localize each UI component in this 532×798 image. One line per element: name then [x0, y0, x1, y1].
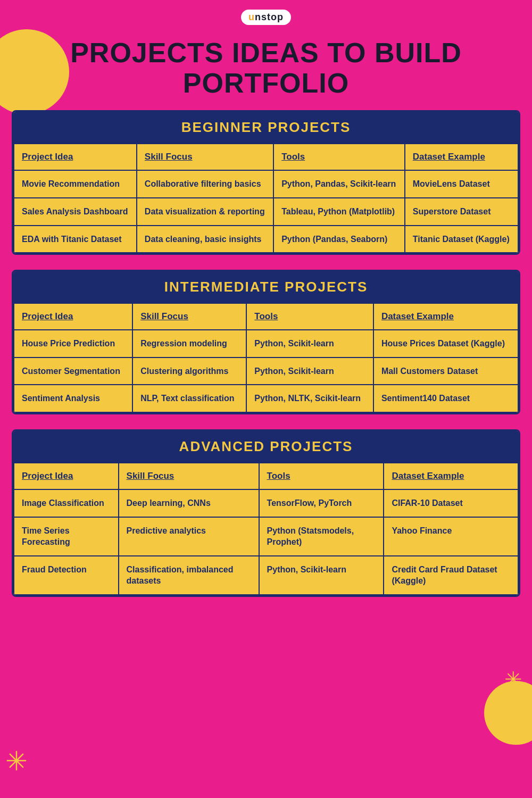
cell: Python, Scikit-learn	[246, 330, 373, 358]
intermediate-col-tools: Tools	[246, 303, 373, 330]
cell: Classification, imbalanced datasets	[119, 556, 259, 595]
cell: NLP, Text classification	[132, 385, 246, 412]
beginner-col-project: Project Idea	[14, 144, 137, 170]
cell: Python, Pandas, Scikit-learn	[273, 170, 405, 198]
cell: Sentiment140 Dataset	[373, 385, 518, 412]
decorative-star-bottom-right: ✳	[504, 667, 522, 692]
logo-area: unstop	[0, 0, 532, 28]
cell: House Price Prediction	[14, 330, 132, 358]
beginner-col-tools: Tools	[273, 144, 405, 170]
intermediate-col-project: Project Idea	[14, 303, 132, 330]
table-row: Movie Recommendation Collaborative filte…	[14, 170, 518, 198]
beginner-col-skill: Skill Focus	[137, 144, 273, 170]
table-row: Time Series Forecasting Predictive analy…	[14, 517, 518, 556]
table-row: EDA with Titanic Dataset Data cleaning, …	[14, 226, 518, 253]
intermediate-header: iNTERMEDiATE PRoJEcTS	[13, 271, 519, 303]
page-title: PRoJEcTS iDEAS To BuiLD PoRTFoLio	[0, 28, 532, 110]
advanced-section: ADVANcED PRoJEcTS Project Idea Skill Foc…	[12, 429, 520, 597]
cell: Customer Segmentation	[14, 358, 132, 385]
cell: Predictive analytics	[119, 517, 259, 556]
beginner-header-row: Project Idea Skill Focus Tools Dataset E…	[14, 144, 518, 170]
table-row: House Price Prediction Regression modeli…	[14, 330, 518, 358]
cell: Superstore Dataset	[405, 198, 518, 226]
cell: Python, NLTK, Scikit-learn	[246, 385, 373, 412]
cell: Yahoo Finance	[384, 517, 518, 556]
cell: Python (Pandas, Seaborn)	[273, 226, 405, 253]
intermediate-table: Project Idea Skill Focus Tools Dataset E…	[13, 303, 519, 413]
cell: Sales Analysis Dashboard	[14, 198, 137, 226]
advanced-col-project: Project Idea	[14, 463, 119, 489]
advanced-col-tools: Tools	[259, 463, 384, 489]
logo-badge: unstop	[241, 10, 291, 25]
advanced-col-dataset: Dataset Example	[384, 463, 518, 489]
cell: Tableau, Python (Matplotlib)	[273, 198, 405, 226]
advanced-header-row: Project Idea Skill Focus Tools Dataset E…	[14, 463, 518, 489]
cell: CIFAR-10 Dataset	[384, 489, 518, 517]
cell: Movie Recommendation	[14, 170, 137, 198]
cell: Clustering algorithms	[132, 358, 246, 385]
cell: Regression modeling	[132, 330, 246, 358]
table-row: Customer Segmentation Clustering algorit…	[14, 358, 518, 385]
cell: Data visualization & reporting	[137, 198, 273, 226]
intermediate-col-skill: Skill Focus	[132, 303, 246, 330]
cell: Fraud Detection	[14, 556, 119, 595]
table-row: Sentiment Analysis NLP, Text classificat…	[14, 385, 518, 412]
cell: Titanic Dataset (Kaggle)	[405, 226, 518, 253]
intermediate-section: iNTERMEDiATE PRoJEcTS Project Idea Skill…	[12, 270, 520, 414]
cell: Mall Customers Dataset	[373, 358, 518, 385]
advanced-table: Project Idea Skill Focus Tools Dataset E…	[13, 462, 519, 595]
table-row: Sales Analysis Dashboard Data visualizat…	[14, 198, 518, 226]
table-row: Image Classification Deep learning, CNNs…	[14, 489, 518, 517]
intermediate-header-row: Project Idea Skill Focus Tools Dataset E…	[14, 303, 518, 330]
advanced-header: ADVANcED PRoJEcTS	[13, 431, 519, 462]
cell: Time Series Forecasting	[14, 517, 119, 556]
cell: TensorFlow, PyTorch	[259, 489, 384, 517]
decorative-star-bottom-left: ✳	[5, 746, 28, 777]
cell: MovieLens Dataset	[405, 170, 518, 198]
cell: Collaborative filtering basics	[137, 170, 273, 198]
logo-text: nstop	[255, 12, 284, 22]
cell: Python, Scikit-learn	[259, 556, 384, 595]
beginner-col-dataset: Dataset Example	[405, 144, 518, 170]
advanced-col-skill: Skill Focus	[119, 463, 259, 489]
cell: Deep learning, CNNs	[119, 489, 259, 517]
beginner-header: BeGiNNeR PRoJEcTS	[13, 112, 519, 143]
beginner-section: BeGiNNeR PRoJEcTS Project Idea Skill Foc…	[12, 110, 520, 255]
cell: Sentiment Analysis	[14, 385, 132, 412]
cell: Image Classification	[14, 489, 119, 517]
cell: Data cleaning, basic insights	[137, 226, 273, 253]
cell: EDA with Titanic Dataset	[14, 226, 137, 253]
beginner-table: Project Idea Skill Focus Tools Dataset E…	[13, 143, 519, 253]
table-row: Fraud Detection Classification, imbalanc…	[14, 556, 518, 595]
cell: Python (Statsmodels, Prophet)	[259, 517, 384, 556]
cell: Credit Card Fraud Dataset (Kaggle)	[384, 556, 518, 595]
cell: House Prices Dataset (Kaggle)	[373, 330, 518, 358]
cell: Python, Scikit-learn	[246, 358, 373, 385]
logo-u: u	[248, 12, 255, 22]
intermediate-col-dataset: Dataset Example	[373, 303, 518, 330]
